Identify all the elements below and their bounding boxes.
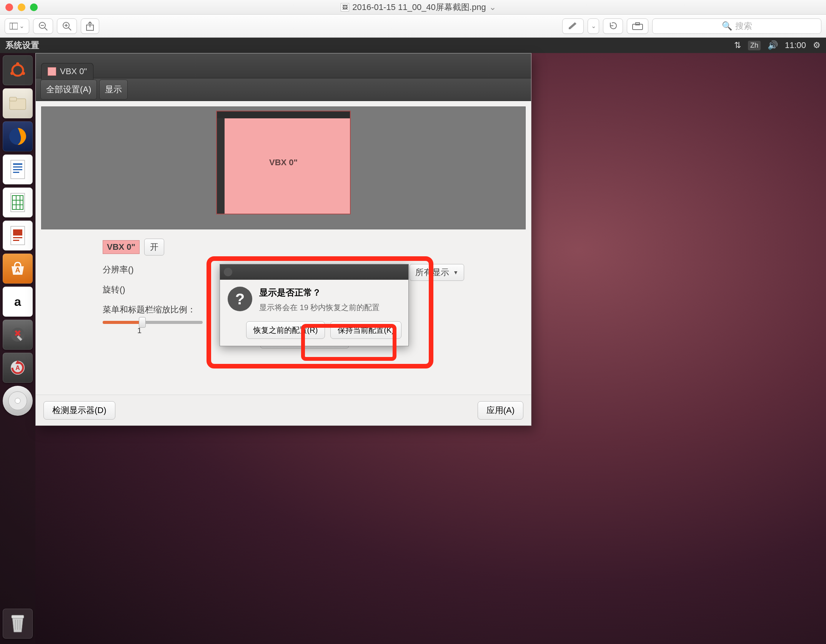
search-input[interactable]: 🔍 搜索: [652, 18, 821, 34]
svg-point-14: [16, 62, 19, 65]
svg-rect-25: [11, 193, 25, 212]
zoom-icon[interactable]: [30, 3, 38, 11]
svg-text:A: A: [15, 365, 20, 371]
monitor-label: VBX 0": [217, 111, 350, 214]
impress-icon[interactable]: [3, 221, 33, 251]
updater-icon[interactable]: A: [3, 353, 33, 383]
keep-config-button[interactable]: 保持当前配置(K): [330, 321, 401, 339]
confirm-dialog-wrap: ? 显示是否正常？ 显示将会在 19 秒内恢复之前的配置 恢复之前的配置(R) …: [220, 264, 409, 346]
zoom-out-button[interactable]: [33, 18, 53, 34]
launcher-placement-select[interactable]: 所有显示▼: [410, 264, 464, 281]
settings-icon[interactable]: [3, 320, 33, 350]
svg-line-3: [45, 28, 47, 30]
apply-button[interactable]: 应用(A): [478, 401, 523, 420]
svg-rect-33: [13, 237, 22, 238]
window-header: VBX 0": [36, 53, 531, 78]
software-center-icon[interactable]: A: [3, 254, 33, 284]
markup-button[interactable]: [627, 18, 648, 34]
svg-text:A: A: [15, 266, 20, 274]
file-icon: 🖼: [341, 3, 349, 12]
breadcrumb-display[interactable]: 显示: [99, 80, 128, 100]
window-tab-label: VBX 0": [60, 66, 87, 76]
gear-icon[interactable]: ⚙: [813, 40, 821, 50]
svg-point-42: [15, 398, 20, 403]
detect-displays-button[interactable]: 检测显示器(D): [43, 401, 115, 420]
monitor-preview: VBX 0": [41, 106, 526, 229]
dash-icon[interactable]: [3, 55, 33, 85]
ubuntu-launcher: A a A: [0, 53, 35, 644]
traffic-lights: [5, 3, 38, 11]
svg-rect-43: [12, 615, 24, 618]
mac-filename: 2016-01-15 11_00_40屏幕截图.png: [352, 2, 486, 13]
settings-footer: 检测显示器(D) 应用(A): [36, 395, 531, 425]
revert-config-button[interactable]: 恢复之前的配置(R): [246, 321, 325, 339]
display-color-swatch: [48, 67, 56, 76]
close-icon[interactable]: [5, 3, 13, 11]
calc-icon[interactable]: [3, 188, 33, 217]
rotate-button[interactable]: [603, 18, 623, 34]
breadcrumb-all-settings[interactable]: 全部设置(A): [40, 80, 97, 100]
dropdown-caret-icon[interactable]: ⌄: [489, 2, 496, 12]
dialog-close-icon[interactable]: [224, 268, 232, 276]
sidebar-toggle-button[interactable]: ⌄: [5, 18, 29, 34]
svg-point-36: [11, 328, 25, 342]
question-icon: ?: [228, 287, 252, 311]
svg-rect-22: [13, 166, 22, 168]
label-resolution: 分辨率(): [103, 264, 134, 276]
ubuntu-top-panel: 系统设置 ⇅ Zh 🔊 11:00 ⚙: [0, 38, 826, 53]
network-icon[interactable]: ⇅: [734, 40, 741, 50]
display-power-toggle[interactable]: 开: [144, 239, 164, 256]
trash-icon[interactable]: [3, 609, 33, 639]
label-rotation: 旋转(): [103, 284, 125, 295]
panel-tray: ⇅ Zh 🔊 11:00 ⚙: [734, 40, 821, 50]
breadcrumb-bar: 全部设置(A) 显示: [36, 78, 531, 101]
dialog-subtitle: 显示将会在 19 秒内恢复之前的配置: [259, 302, 380, 313]
dialog-header: [220, 264, 408, 280]
svg-rect-21: [13, 163, 22, 165]
clock[interactable]: 11:00: [785, 40, 806, 50]
edit-dropdown-button[interactable]: ⌄: [588, 18, 599, 34]
files-icon[interactable]: [3, 88, 33, 118]
svg-rect-34: [13, 240, 19, 241]
window-tab[interactable]: VBX 0": [41, 63, 93, 80]
svg-point-15: [10, 72, 13, 75]
svg-rect-24: [13, 172, 19, 173]
share-button[interactable]: [81, 18, 99, 34]
mac-titlebar: 🖼 2016-01-15 11_00_40屏幕截图.png ⌄: [0, 0, 826, 15]
image-viewport: 系统设置 ⇅ Zh 🔊 11:00 ⚙ A a A: [0, 38, 826, 644]
svg-point-13: [12, 65, 23, 76]
mac-toolbar: ⌄ ⌄ 🔍 搜索: [0, 15, 826, 38]
svg-rect-23: [13, 169, 22, 170]
confirm-dialog: ? 显示是否正常？ 显示将会在 19 秒内恢复之前的配置 恢复之前的配置(R) …: [220, 264, 409, 346]
writer-icon[interactable]: [3, 154, 33, 184]
firefox-icon[interactable]: [3, 121, 33, 151]
ubuntu-desktop: 系统设置 ⇅ Zh 🔊 11:00 ⚙ A a A: [0, 38, 826, 644]
edit-button[interactable]: [562, 18, 584, 34]
ime-indicator[interactable]: Zh: [748, 41, 761, 50]
display-settings-window: VBX 0" 全部设置(A) 显示 VBX 0" VBX 0": [35, 53, 531, 426]
svg-rect-18: [10, 97, 17, 101]
search-icon: 🔍: [722, 21, 732, 31]
svg-line-6: [68, 28, 71, 30]
scale-slider[interactable]: [103, 321, 203, 324]
amazon-icon[interactable]: a: [3, 287, 33, 317]
zoom-in-button[interactable]: [57, 18, 77, 34]
svg-point-16: [22, 72, 25, 75]
chevron-down-icon: ▼: [453, 269, 458, 276]
search-placeholder: 搜索: [735, 20, 752, 32]
panel-app-title: 系统设置: [5, 40, 39, 51]
active-display-badge[interactable]: VBX 0": [103, 240, 140, 254]
mac-window-title: 🖼 2016-01-15 11_00_40屏幕截图.png ⌄: [38, 2, 799, 13]
svg-rect-0: [10, 23, 18, 29]
disc-icon[interactable]: [3, 386, 33, 416]
monitor-thumbnail[interactable]: VBX 0": [216, 111, 351, 214]
settings-body: VBX 0" VBX 0" 开 分辨率(): [36, 101, 531, 425]
minimize-icon[interactable]: [18, 3, 25, 11]
sound-icon[interactable]: 🔊: [768, 40, 778, 50]
dialog-title: 显示是否正常？: [259, 287, 380, 299]
svg-rect-32: [13, 229, 22, 236]
